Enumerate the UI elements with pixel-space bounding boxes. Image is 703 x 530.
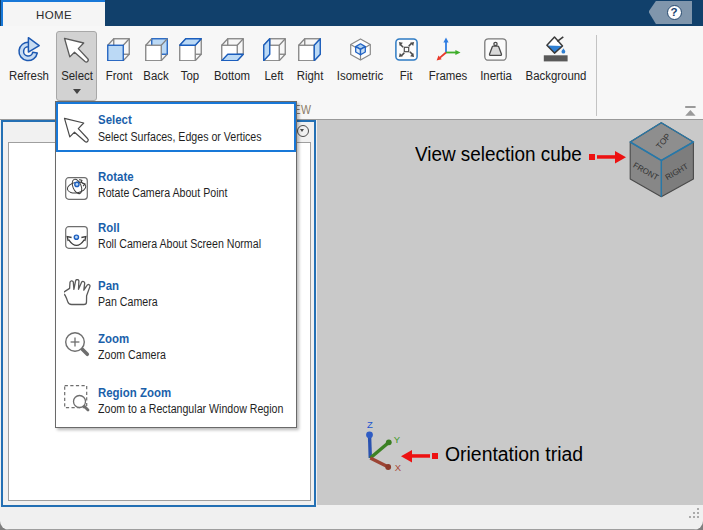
svg-text:Z: Z — [367, 419, 373, 430]
svg-text:Y: Y — [394, 434, 401, 445]
